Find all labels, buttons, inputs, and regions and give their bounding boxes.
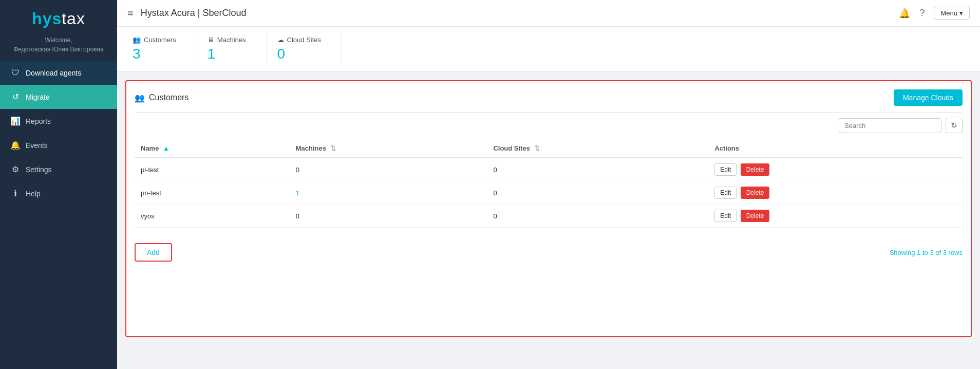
sidebar-item-label: Settings <box>26 165 52 174</box>
cloud-icon: ☁ <box>277 36 284 44</box>
stat-cloud-sites: ☁ Cloud Sites 0 <box>267 32 342 66</box>
stat-cloud-value: 0 <box>277 46 321 62</box>
panel-title-icon: 👥 <box>135 93 145 103</box>
delete-button[interactable]: Delete <box>741 163 770 176</box>
sidebar-item-reports[interactable]: 📊 Reports <box>0 109 117 133</box>
panel-footer: Add Showing 1 to 3 of 3 rows <box>135 238 963 262</box>
menu-label: Menu <box>940 9 957 17</box>
chevron-down-icon: ▾ <box>959 9 963 17</box>
cell-actions: Edit Delete <box>708 158 963 181</box>
stat-customers-label: Customers <box>144 36 176 44</box>
sidebar-item-migrate[interactable]: ↺ Migrate <box>0 85 117 109</box>
help-icon[interactable]: ? <box>919 8 925 19</box>
welcome-line1: Welcome, <box>6 35 111 45</box>
search-input[interactable] <box>839 118 941 133</box>
customers-table: Name ▲ Machines ⇅ Cloud Sites ⇅ Action <box>135 139 963 228</box>
sidebar-item-label: Reports <box>26 117 51 125</box>
cell-actions: Edit Delete <box>708 205 963 228</box>
stat-cloud-label: Cloud Sites <box>287 36 321 44</box>
info-icon: ℹ <box>10 189 21 198</box>
panel-title: 👥 Customers <box>135 93 189 103</box>
welcome-line2: Федотовская Юлия Викторовна <box>6 45 111 54</box>
cell-name: pn-test <box>135 181 290 205</box>
search-row: ↻ <box>135 118 963 133</box>
customers-panel: 👥 Customers Manage Clouds ↻ Name ▲ <box>125 80 972 337</box>
sidebar: hystax Welcome, Федотовская Юлия Викторо… <box>0 0 117 369</box>
main-area: ≡ Hystax Acura | SberCloud 🔔 ? Menu ▾ 👥 … <box>117 0 980 369</box>
stat-machines: 🖥 Machines 1 <box>197 32 267 66</box>
customers-icon: 👥 <box>133 36 141 44</box>
machines-icon: 🖥 <box>208 36 214 44</box>
panel-header: 👥 Customers Manage Clouds <box>135 89 963 106</box>
edit-button[interactable]: Edit <box>714 187 737 199</box>
table-body: pl-test 0 0 Edit Delete pn-test 1 0 Edit… <box>135 158 963 228</box>
table-header-row: Name ▲ Machines ⇅ Cloud Sites ⇅ Action <box>135 139 963 158</box>
col-machines: Machines ⇅ <box>290 139 487 158</box>
cell-machines: 0 <box>290 205 487 228</box>
sidebar-item-label: Help <box>26 190 41 198</box>
table-row: pn-test 1 0 Edit Delete <box>135 181 963 205</box>
migrate-icon: ↺ <box>10 92 21 102</box>
sort-updown-cloudsites-icon[interactable]: ⇅ <box>534 144 540 152</box>
delete-button[interactable]: Delete <box>741 187 770 199</box>
manage-clouds-button[interactable]: Manage Clouds <box>894 89 963 106</box>
menu-button[interactable]: Menu ▾ <box>934 7 970 20</box>
sidebar-item-settings[interactable]: ⚙ Settings <box>0 157 117 181</box>
sidebar-item-label: Download agents <box>26 69 81 77</box>
shield-icon: 🛡 <box>10 68 21 78</box>
table-row: vyos 0 0 Edit Delete <box>135 205 963 228</box>
stat-machines-value: 1 <box>208 46 246 62</box>
cell-name: vyos <box>135 205 290 228</box>
showing-text: Showing 1 to 3 of 3 rows <box>890 249 963 256</box>
cell-cloud-sites: 0 <box>487 181 708 205</box>
add-button[interactable]: Add <box>135 243 172 262</box>
sidebar-item-download-agents[interactable]: 🛡 Download agents <box>0 61 117 85</box>
table-row: pl-test 0 0 Edit Delete <box>135 158 963 181</box>
stat-machines-label: Machines <box>217 36 246 44</box>
sidebar-item-label: Events <box>26 141 48 150</box>
logo-area: hystax <box>0 0 117 33</box>
cell-machines: 1 <box>290 181 487 205</box>
reports-icon: 📊 <box>10 116 21 126</box>
cell-cloud-sites: 0 <box>487 158 708 181</box>
sidebar-item-events[interactable]: 🔔 Events <box>0 133 117 157</box>
hamburger-icon[interactable]: ≡ <box>127 7 134 19</box>
welcome-area: Welcome, Федотовская Юлия Викторовна <box>0 33 117 61</box>
delete-button[interactable]: Delete <box>741 210 770 222</box>
edit-button[interactable]: Edit <box>714 163 737 176</box>
settings-icon: ⚙ <box>10 164 21 174</box>
col-actions: Actions <box>708 139 963 158</box>
bell-icon: 🔔 <box>10 140 21 150</box>
content-area: 👥 Customers Manage Clouds ↻ Name ▲ <box>117 72 980 369</box>
cell-actions: Edit Delete <box>708 181 963 205</box>
topbar-left: ≡ Hystax Acura | SberCloud <box>127 7 246 19</box>
col-name: Name ▲ <box>135 139 290 158</box>
topbar-right: 🔔 ? Menu ▾ <box>899 7 970 20</box>
stats-bar: 👥 Customers 3 🖥 Machines 1 ☁ Cloud Sites… <box>117 27 980 72</box>
app-title: Hystax Acura | SberCloud <box>141 8 247 19</box>
stat-customers: 👥 Customers 3 <box>127 32 197 66</box>
panel-title-text: Customers <box>149 93 189 102</box>
cell-machines: 0 <box>290 158 487 181</box>
cell-name: pl-test <box>135 158 290 181</box>
sidebar-item-help[interactable]: ℹ Help <box>0 181 117 206</box>
sort-up-icon[interactable]: ▲ <box>163 144 169 152</box>
sidebar-item-label: Migrate <box>26 93 50 101</box>
notification-icon[interactable]: 🔔 <box>899 8 910 19</box>
topbar: ≡ Hystax Acura | SberCloud 🔔 ? Menu ▾ <box>117 0 980 27</box>
refresh-button[interactable]: ↻ <box>946 118 963 133</box>
cell-cloud-sites: 0 <box>487 205 708 228</box>
logo: hystax <box>10 9 107 28</box>
sort-updown-machines-icon[interactable]: ⇅ <box>330 144 336 152</box>
edit-button[interactable]: Edit <box>714 210 737 222</box>
col-cloud-sites: Cloud Sites ⇅ <box>487 139 708 158</box>
stat-customers-value: 3 <box>133 46 176 62</box>
